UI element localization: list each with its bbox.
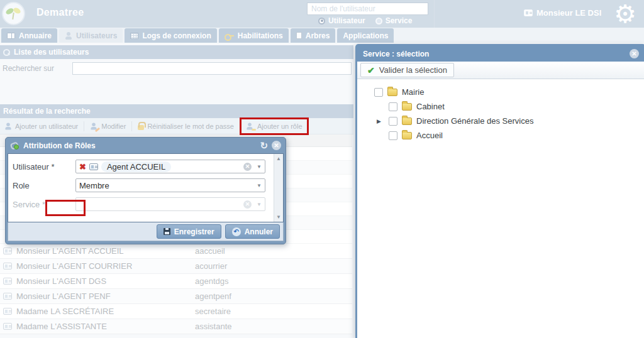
checkbox[interactable] xyxy=(389,131,397,140)
role-assignment-dialog: Attribution de Rôles ↻ ✕ Utilisateur * ✖… xyxy=(5,137,286,244)
cancel-label: Annuler xyxy=(245,227,273,236)
form-row-role: Role Membre ▼ xyxy=(8,176,283,195)
folder-icon xyxy=(387,89,397,96)
form-row-service: Service * ✕ ▼ xyxy=(8,195,283,214)
save-label: Enregistrer xyxy=(174,227,214,236)
save-button[interactable]: Enregistrer xyxy=(157,224,221,239)
service-dialog-toolbar: ✔ Valider la sélection xyxy=(357,62,644,79)
tree-label: Mairie xyxy=(402,87,424,97)
role-label: Role xyxy=(13,181,75,190)
close-icon[interactable]: ✕ xyxy=(272,141,281,150)
folder-icon xyxy=(402,132,412,139)
dialog-scrollbar[interactable]: ▲ ▼ xyxy=(274,154,283,222)
chevron-down-icon[interactable]: ▼ xyxy=(257,183,262,188)
validate-selection-button[interactable]: ✔ Valider la sélection xyxy=(360,63,454,77)
service-label: Service * xyxy=(13,200,45,209)
tree-label: Accueil xyxy=(416,131,443,140)
role-dialog-footer: Enregistrer ↶ Annuler xyxy=(8,222,284,241)
folder-icon xyxy=(402,117,412,125)
cancel-button[interactable]: ↶ Annuler xyxy=(225,224,280,239)
role-dialog-title: Attribution de Rôles xyxy=(23,141,96,150)
refresh-icon[interactable]: ↻ xyxy=(260,141,268,150)
checkbox[interactable] xyxy=(389,117,397,126)
checkmark-icon: ✔ xyxy=(367,66,375,75)
role-dialog-titlebar: Attribution de Rôles ↻ ✕ xyxy=(8,138,284,153)
tree-label: Cabinet xyxy=(416,102,445,111)
floppy-disk-icon xyxy=(164,228,170,235)
chevron-down-icon[interactable]: ▼ xyxy=(257,164,262,170)
role-link-icon xyxy=(10,142,19,150)
chevron-right-icon[interactable]: ▶ xyxy=(375,118,383,124)
tree-label: Direction Générale des Services xyxy=(416,116,533,126)
role-dialog-body: Utilisateur * ✖ Agent ACCUEIL ✕ ▼ Role M… xyxy=(8,153,284,222)
utilisateur-combobox[interactable]: ✖ Agent ACCUEIL ✕ ▼ xyxy=(75,160,265,173)
service-tree: Mairie Cabinet ▶ Direction Générale des … xyxy=(357,79,644,143)
screen: Dematree Utilisateur Service Monsieur LE… xyxy=(0,0,644,338)
tree-item-direction-generale[interactable]: ▶ Direction Générale des Services xyxy=(357,114,644,128)
tree-item-mairie[interactable]: Mairie xyxy=(357,85,644,99)
chevron-down-icon[interactable]: ▼ xyxy=(257,202,262,207)
clear-icon[interactable]: ✕ xyxy=(243,163,252,171)
role-combobox[interactable]: Membre ▼ xyxy=(75,178,265,192)
validate-label: Valider la sélection xyxy=(379,65,447,75)
tree-item-accueil[interactable]: Accueil xyxy=(357,128,644,143)
selected-role-value: Membre xyxy=(79,181,109,190)
checkbox[interactable] xyxy=(389,102,397,111)
scroll-up-icon[interactable]: ▲ xyxy=(276,156,281,161)
service-dialog-title: Service : sélection xyxy=(363,50,429,58)
clear-icon: ✕ xyxy=(243,200,252,209)
form-row-utilisateur: Utilisateur * ✖ Agent ACCUEIL ✕ ▼ xyxy=(8,157,283,176)
idcard-icon xyxy=(89,163,98,170)
tree-item-cabinet[interactable]: Cabinet xyxy=(357,99,644,114)
service-selection-dialog: Service : sélection ✕ ✔ Valider la sélec… xyxy=(355,44,644,338)
close-icon[interactable]: ✕ xyxy=(630,49,639,58)
service-combobox[interactable]: ✕ ▼ xyxy=(75,197,265,211)
service-label-wrap: Service * xyxy=(13,200,45,209)
scroll-down-icon[interactable]: ▼ xyxy=(276,214,281,220)
folder-icon xyxy=(402,103,412,111)
remove-user-icon[interactable]: ✖ xyxy=(79,163,86,171)
selected-user-chip: Agent ACCUEIL xyxy=(101,161,171,172)
utilisateur-label: Utilisateur * xyxy=(13,162,75,172)
checkbox[interactable] xyxy=(374,88,383,97)
undo-arrow-icon: ↶ xyxy=(232,227,241,236)
service-dialog-titlebar: Service : sélection ✕ xyxy=(357,46,644,62)
